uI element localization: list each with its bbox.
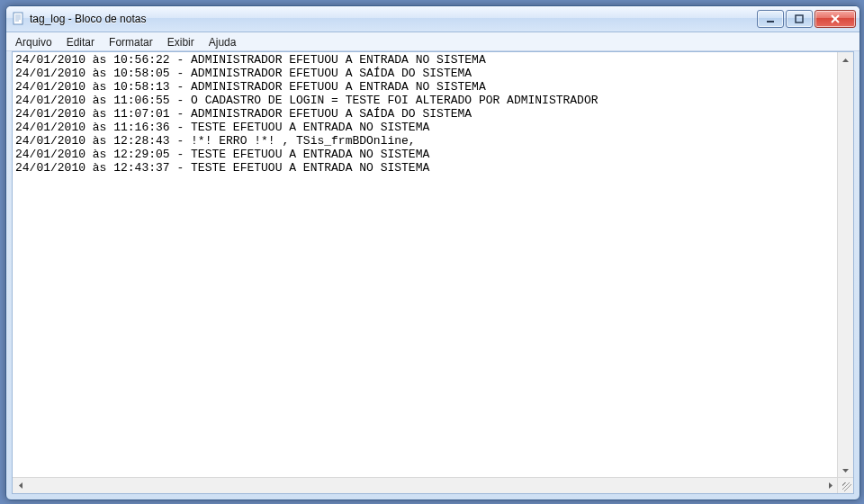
app-window: tag_log - Bloco de notas Arquivo Ed	[5, 5, 860, 500]
scroll-left-button[interactable]	[13, 478, 28, 493]
menu-arquivo[interactable]: Arquivo	[8, 32, 59, 50]
scroll-down-button[interactable]	[838, 463, 853, 478]
svg-rect-6	[796, 15, 803, 22]
minimize-icon	[766, 14, 775, 23]
minimize-button[interactable]	[757, 10, 784, 28]
menubar: Arquivo Editar Formatar Exibir Ajuda	[6, 32, 860, 51]
svg-marker-10	[842, 469, 849, 472]
vertical-scrollbar[interactable]	[837, 52, 853, 478]
window-title: tag_log - Bloco de notas	[30, 13, 757, 25]
svg-marker-11	[19, 482, 22, 489]
titlebar[interactable]: tag_log - Bloco de notas	[6, 6, 860, 32]
vertical-scroll-track[interactable]	[838, 68, 853, 463]
svg-marker-9	[842, 58, 849, 62]
chevron-left-icon	[19, 482, 22, 489]
menu-editar[interactable]: Editar	[59, 32, 102, 50]
close-icon	[830, 14, 841, 23]
client-area: 24/01/2010 às 10:56:22 - ADMINISTRADOR E…	[12, 51, 854, 494]
editor-viewport: 24/01/2010 às 10:56:22 - ADMINISTRADOR E…	[13, 52, 853, 493]
text-editor[interactable]: 24/01/2010 às 10:56:22 - ADMINISTRADOR E…	[13, 52, 838, 478]
close-button[interactable]	[814, 10, 856, 28]
scroll-up-button[interactable]	[838, 52, 853, 68]
horizontal-scrollbar[interactable]	[13, 477, 838, 493]
svg-marker-12	[829, 482, 832, 489]
svg-rect-5	[767, 21, 774, 22]
horizontal-scroll-track[interactable]	[28, 478, 823, 493]
maximize-button[interactable]	[786, 10, 813, 28]
window-controls	[757, 10, 858, 28]
maximize-icon	[795, 14, 804, 23]
menu-formatar[interactable]: Formatar	[102, 32, 160, 50]
chevron-down-icon	[842, 469, 849, 472]
menu-exibir[interactable]: Exibir	[160, 32, 202, 50]
scroll-right-button[interactable]	[823, 478, 838, 493]
resize-grip[interactable]	[837, 477, 853, 493]
app-icon	[12, 12, 26, 26]
menu-ajuda[interactable]: Ajuda	[202, 32, 244, 50]
chevron-up-icon	[842, 58, 849, 62]
chevron-right-icon	[829, 482, 832, 489]
